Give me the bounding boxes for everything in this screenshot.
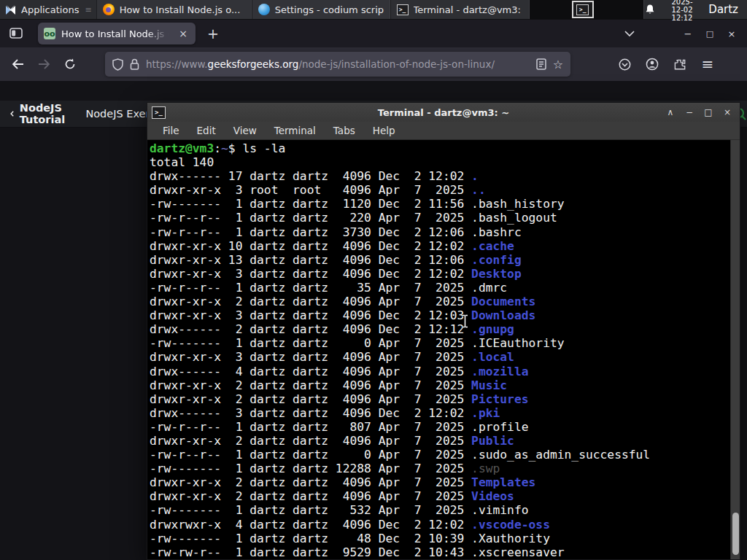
tab-title: How to Install Node.js on: [61, 28, 171, 39]
notification-bell-icon[interactable]: [644, 4, 656, 15]
terminal-listing-row: drwx------ 2 dartz dartz 4096 Dec 2 12:1…: [150, 322, 728, 336]
bookmark-star-icon[interactable]: ☆: [553, 58, 563, 71]
terminal-listing-row: drwx------ 17 dartz dartz 4096 Dec 2 12:…: [150, 169, 728, 183]
terminal-listing-row: -rw------- 1 dartz dartz 0 Apr 7 2025 .I…: [150, 336, 728, 350]
terminal-listing-row: -rw-r--r-- 1 dartz dartz 807 Apr 7 2025 …: [150, 420, 728, 434]
terminal-scrollbar-thumb[interactable]: [732, 513, 739, 555]
terminal-window: >_ Terminal - dartz@vm3: ~ ∧ − □ × FileE…: [147, 102, 740, 560]
firefox-view-button[interactable]: [4, 23, 28, 44]
terminal-listing-row: drwxr-xr-x 3 root root 4096 Apr 7 2025 .…: [150, 183, 728, 197]
terminal-listing-row: drwxr-xr-x 3 dartz dartz 4096 Dec 2 12:0…: [150, 267, 728, 281]
reload-button[interactable]: [58, 52, 82, 76]
terminal-menu-help[interactable]: Help: [365, 123, 403, 138]
tab-close-icon[interactable]: ×: [177, 27, 190, 40]
terminal-menu-tabs[interactable]: Tabs: [325, 123, 363, 138]
browser-tab-active[interactable]: oo How to Install Node.js on ×: [38, 23, 196, 44]
top-panel: Applications ≡ How to Install Node.js o.…: [0, 0, 747, 20]
taskbar-item-terminal[interactable]: >_ Terminal - dartz@vm3: ~: [390, 0, 530, 19]
panel-username: Dartz: [708, 3, 740, 16]
navigation-toolbar: https://www.geeksforgeeks.org/node-js/in…: [0, 47, 747, 81]
terminal-close-button[interactable]: ×: [719, 105, 735, 120]
new-tab-button[interactable]: +: [203, 23, 223, 44]
taskbar-item-firefox[interactable]: How to Install Node.js o...: [96, 0, 252, 19]
taskbar-item-label: How to Install Node.js o...: [120, 4, 241, 15]
terminal-titlebar[interactable]: >_ Terminal - dartz@vm3: ~ ∧ − □ ×: [147, 103, 740, 122]
account-icon[interactable]: [642, 54, 662, 74]
terminal-listing-row: -rw------- 1 dartz dartz 48 Dec 2 10:39 …: [150, 532, 728, 545]
window-minimize-button[interactable]: −: [677, 24, 699, 43]
panel-grip-icon: ≡: [85, 5, 91, 15]
applications-label: Applications: [21, 4, 79, 15]
terminal-listing-row: drwxr-xr-x 2 dartz dartz 4096 Apr 7 2025…: [150, 489, 728, 503]
mouse-ibeam-cursor: [461, 314, 469, 328]
terminal-listing-row: -rw-r--r-- 1 dartz dartz 0 Apr 7 2025 .s…: [150, 448, 728, 462]
terminal-minimize-button[interactable]: −: [681, 105, 697, 120]
terminal-menubar: FileEditViewTerminalTabsHelp: [147, 122, 740, 140]
terminal-maximize-button[interactable]: □: [700, 105, 716, 120]
terminal-listing-row: -rw------- 1 dartz dartz 1120 Dec 2 11:5…: [150, 197, 728, 211]
reader-view-icon[interactable]: [536, 58, 546, 70]
window-maximize-button[interactable]: □: [699, 24, 721, 43]
url-bar[interactable]: https://www.geeksforgeeks.org/node-js/in…: [105, 52, 570, 77]
terminal-listing-row: -rw-r--r-- 1 dartz dartz 220 Apr 7 2025 …: [150, 211, 728, 225]
terminal-listing-row: drwxr-xr-x 2 dartz dartz 4096 Apr 7 2025…: [150, 434, 728, 448]
terminal-listing-row: drwx------ 4 dartz dartz 4096 Apr 7 2025…: [150, 365, 728, 378]
terminal-listing-row: -rw-rw-r-- 1 dartz dartz 9529 Dec 2 10:4…: [150, 545, 728, 559]
tab-bar: oo How to Install Node.js on × + − □ ×: [0, 20, 747, 47]
applications-menu-button[interactable]: Applications ≡: [0, 0, 96, 19]
tray-terminal-icon[interactable]: >_: [572, 1, 594, 18]
terminal-icon: >_: [576, 4, 589, 15]
terminal-listing-row: -rw-r--r-- 1 dartz dartz 3730 Dec 2 12:0…: [150, 225, 728, 239]
terminal-listing-row: drwxr-xr-x 2 dartz dartz 4096 Apr 7 2025…: [150, 295, 728, 308]
terminal-listing-row: drwxr-xr-x 2 dartz dartz 4096 Apr 7 2025…: [150, 392, 728, 406]
terminal-listing-row: drwxrwxr-x 4 dartz dartz 4096 Dec 2 12:0…: [150, 518, 728, 532]
firefox-icon: [103, 4, 115, 15]
url-text: https://www.geeksforgeeks.org/node-js/in…: [146, 58, 530, 70]
clock-time: 12:12: [666, 14, 699, 22]
system-tray: >_: [530, 0, 644, 19]
lock-icon[interactable]: [130, 58, 139, 70]
clock-date: 2025-12-02: [666, 0, 699, 14]
window-close-button[interactable]: ×: [721, 24, 743, 43]
terminal-listing-row: drwx------ 3 dartz dartz 4096 Dec 2 12:0…: [150, 406, 728, 420]
gfg-favicon: oo: [44, 28, 55, 39]
xfce-logo-icon: [4, 4, 17, 16]
back-button[interactable]: [6, 52, 29, 76]
taskbar-item-label: Terminal - dartz@vm3: ~: [414, 4, 523, 15]
taskbar-item-codium[interactable]: Settings - codium script...: [252, 0, 390, 19]
terminal-menu-edit[interactable]: Edit: [189, 123, 224, 138]
terminal-menu-terminal[interactable]: Terminal: [266, 123, 324, 138]
terminal-listing-row: -rw------- 1 dartz dartz 532 Apr 7 2025 …: [150, 503, 728, 517]
terminal-listing-row: drwxr-xr-x 3 dartz dartz 4096 Apr 7 2025…: [150, 350, 728, 364]
panel-clock[interactable]: 2025-12-02 12:12: [666, 0, 699, 22]
terminal-output[interactable]: dartz@vm3:~$ ls -latotal 140drwx------ 1…: [147, 140, 740, 559]
terminal-title: Terminal - dartz@vm3: ~: [147, 107, 740, 118]
terminal-listing-row: drwxr-xr-x 2 dartz dartz 4096 Apr 7 2025…: [150, 475, 728, 489]
terminal-total-line: total 140: [150, 155, 728, 169]
terminal-prompt-line: dartz@vm3:~$ ls -la: [150, 141, 728, 155]
shield-icon[interactable]: [112, 58, 123, 71]
terminal-listing-row: drwxr-xr-x 13 dartz dartz 4096 Dec 2 12:…: [150, 253, 728, 267]
terminal-scrollbar-track[interactable]: [730, 140, 740, 559]
forward-button[interactable]: [32, 52, 55, 76]
menu-hamburger-icon[interactable]: ≡: [697, 54, 718, 74]
pocket-icon[interactable]: [614, 54, 635, 74]
terminal-listing-row: drwxr-xr-x 10 dartz dartz 4096 Dec 2 12:…: [150, 239, 728, 253]
list-all-tabs-button[interactable]: [619, 24, 640, 43]
taskbar-item-label: Settings - codium script...: [275, 4, 384, 15]
terminal-shade-button[interactable]: ∧: [662, 105, 678, 120]
codium-icon: [258, 4, 270, 15]
terminal-listing-row: drwxr-xr-x 3 dartz dartz 4096 Dec 2 12:0…: [150, 308, 728, 322]
terminal-listing-row: drwxr-xr-x 2 dartz dartz 4096 Apr 7 2025…: [150, 378, 728, 392]
terminal-listing-row: -rw-r--r-- 1 dartz dartz 35 Apr 7 2025 .…: [150, 281, 728, 295]
extensions-puzzle-icon[interactable]: [670, 54, 690, 74]
terminal-menu-file[interactable]: File: [155, 123, 187, 138]
terminal-listing-row: -rw------- 1 dartz dartz 12288 Apr 7 202…: [150, 462, 728, 475]
terminal-icon: >_: [397, 4, 409, 15]
site-nav-back-link[interactable]: NodeJS Tutorial: [10, 102, 68, 125]
terminal-menu-view[interactable]: View: [225, 123, 265, 138]
